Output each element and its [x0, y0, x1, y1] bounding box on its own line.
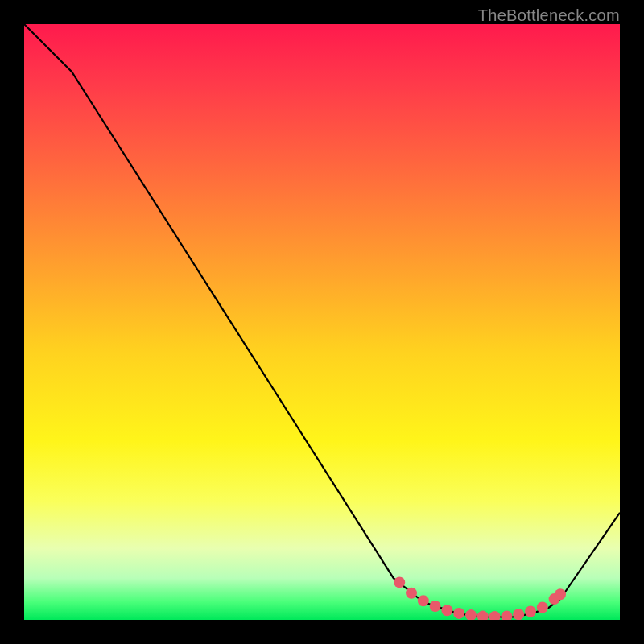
marker-dot	[453, 608, 464, 619]
chart-frame: TheBottleneck.com	[0, 0, 644, 644]
marker-dot	[477, 611, 489, 620]
marker-dot	[537, 602, 548, 613]
marker-dot	[525, 606, 536, 617]
plot-area	[24, 24, 620, 620]
marker-dot	[430, 601, 441, 612]
marker-dot	[513, 609, 524, 620]
watermark-text: TheBottleneck.com	[478, 6, 620, 25]
marker-dot	[394, 576, 405, 588]
marker-dot	[555, 588, 566, 600]
bottleneck-curve	[24, 24, 620, 617]
marker-dot	[418, 595, 429, 606]
marker-dot	[465, 609, 477, 620]
optimal-zone-markers	[394, 576, 566, 620]
marker-dot	[441, 605, 452, 616]
marker-dot	[501, 611, 512, 620]
marker-dot	[489, 611, 501, 620]
chart-svg	[24, 24, 620, 620]
marker-dot	[406, 588, 417, 599]
